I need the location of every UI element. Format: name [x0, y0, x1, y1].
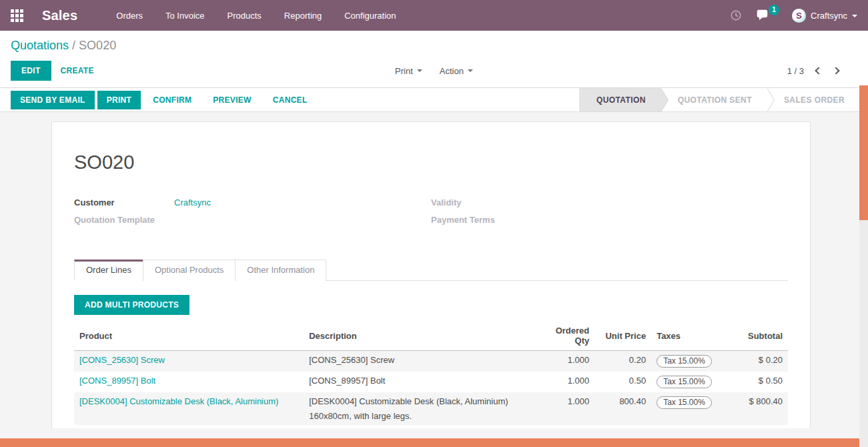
product-link[interactable]: [CONS_89957] Bolt: [79, 376, 155, 386]
menu-to-invoice[interactable]: To Invoice: [165, 11, 205, 21]
qty-cell: 1.000: [534, 351, 594, 372]
col-header-taxes[interactable]: Taxes: [651, 322, 731, 351]
breadcrumb-current: SO020: [79, 39, 116, 52]
status-steps: QUOTATION QUOTATION SENT SALES ORDER: [579, 88, 859, 111]
table-row[interactable]: [DESK0004] Customizable Desk (Black, Alu…: [74, 392, 788, 425]
product-link[interactable]: [CONS_25630] Screw: [79, 355, 165, 365]
quotation-template-label: Quotation Template: [74, 215, 174, 225]
menu-configuration[interactable]: Configuration: [344, 11, 396, 21]
subtotal-cell: $ 0.50: [731, 372, 788, 392]
horizontal-scrollbar-thumb[interactable]: [0, 438, 859, 447]
col-header-subtotal[interactable]: Subtotal: [731, 322, 788, 351]
chevron-down-icon: [417, 69, 422, 72]
table-row[interactable]: [CONS_25630] Screw [CONS_25630] Screw 1.…: [74, 351, 788, 372]
breadcrumb-separator: /: [72, 39, 75, 52]
description-cell: [CONS_25630] Screw: [304, 351, 534, 372]
action-dropdown-label: Action: [440, 66, 464, 76]
preview-button[interactable]: PREVIEW: [203, 91, 260, 109]
step-quotation[interactable]: QUOTATION: [579, 88, 661, 111]
col-header-ordered-qty[interactable]: Ordered Qty: [534, 322, 594, 351]
pager-next-icon[interactable]: [832, 67, 839, 74]
step-sales-order[interactable]: SALES ORDER: [767, 88, 859, 111]
menu-products[interactable]: Products: [228, 11, 262, 21]
menu-reporting[interactable]: Reporting: [284, 11, 322, 21]
tab-other-information[interactable]: Other Information: [235, 260, 326, 281]
chevron-down-icon: [852, 15, 857, 17]
control-panel: Quotations / SO020 EDIT CREATE Print Act…: [0, 31, 868, 88]
col-header-description[interactable]: Description: [304, 322, 534, 351]
breadcrumb-quotations[interactable]: Quotations: [11, 39, 69, 52]
main-menu: Orders To Invoice Products Reporting Con…: [116, 11, 396, 21]
table-row[interactable]: [CONS_89957] Bolt [CONS_89957] Bolt 1.00…: [74, 372, 788, 392]
description-cell: [DESK0004] Customizable Desk (Black, Alu…: [304, 392, 534, 425]
col-header-unit-price[interactable]: Unit Price: [594, 322, 651, 351]
payment-terms-label: Payment Terms: [431, 215, 531, 225]
top-navbar: Sales Orders To Invoice Products Reporti…: [0, 0, 868, 31]
tab-optional-products[interactable]: Optional Products: [143, 260, 236, 281]
user-avatar: S: [792, 9, 806, 23]
content-area: SO020 Customer Craftsync Quotation Templ…: [0, 112, 868, 428]
unit-price-cell: 800.40: [594, 392, 651, 425]
messages-icon[interactable]: 1: [757, 9, 771, 21]
send-by-email-button[interactable]: SEND BY EMAIL: [11, 91, 95, 109]
col-header-product[interactable]: Product: [74, 322, 304, 351]
validity-label: Validity: [431, 197, 531, 207]
apps-grid-icon[interactable]: [11, 9, 23, 22]
description-line1: [DESK0004] Customizable Desk (Black, Alu…: [309, 396, 508, 406]
order-lines-table: Product Description Ordered Qty Unit Pri…: [74, 322, 788, 425]
message-count-badge[interactable]: 1: [769, 5, 779, 15]
app-title[interactable]: Sales: [42, 8, 77, 23]
unit-price-cell: 0.20: [594, 351, 651, 372]
product-link[interactable]: [DESK0004] Customizable Desk (Black, Alu…: [79, 396, 278, 406]
user-menu[interactable]: S Craftsync: [792, 9, 857, 23]
add-multi-products-button[interactable]: ADD MULTI PRODUCTS: [74, 295, 189, 315]
print-button[interactable]: PRINT: [97, 91, 141, 109]
print-dropdown[interactable]: Print: [395, 66, 422, 76]
confirm-button[interactable]: CONFIRM: [143, 91, 201, 109]
step-quotation-sent[interactable]: QUOTATION SENT: [661, 88, 767, 111]
unit-price-cell: 0.50: [594, 372, 651, 392]
description-cell: [CONS_89957] Bolt: [304, 372, 534, 392]
statusbar: SEND BY EMAIL PRINT CONFIRM PREVIEW CANC…: [0, 88, 868, 112]
qty-cell: 1.000: [534, 372, 594, 392]
quotation-sheet: SO020 Customer Craftsync Quotation Templ…: [51, 121, 811, 428]
customer-link[interactable]: Craftsync: [174, 197, 211, 207]
pager: 1 / 3: [787, 66, 857, 76]
pager-previous-icon[interactable]: [815, 67, 822, 74]
print-dropdown-label: Print: [395, 66, 413, 76]
vertical-scrollbar[interactable]: [859, 85, 868, 438]
scrollbar-corner: [859, 438, 868, 447]
create-button[interactable]: CREATE: [51, 61, 103, 80]
qty-cell: 1.000: [534, 392, 594, 425]
description-line2: 160x80cm, with large legs.: [309, 411, 529, 421]
tax-badge[interactable]: Tax 15.00%: [657, 376, 712, 388]
activity-clock-icon[interactable]: [730, 9, 742, 21]
customer-label: Customer: [74, 197, 174, 207]
cancel-button[interactable]: CANCEL: [264, 91, 317, 109]
chevron-down-icon: [468, 69, 473, 72]
user-name: Craftsync: [811, 11, 847, 21]
edit-button[interactable]: EDIT: [11, 61, 51, 81]
breadcrumb: Quotations / SO020: [11, 39, 857, 53]
page-title: SO020: [74, 151, 788, 173]
pager-value: 1 / 3: [787, 66, 804, 76]
tab-order-lines[interactable]: Order Lines: [74, 260, 143, 281]
vertical-scrollbar-thumb[interactable]: [859, 85, 868, 220]
tax-badge[interactable]: Tax 15.00%: [657, 396, 712, 409]
subtotal-cell: $ 800.40: [731, 392, 788, 425]
tax-badge[interactable]: Tax 15.00%: [657, 355, 712, 368]
notebook-tabs: Order Lines Optional Products Other Info…: [74, 259, 788, 281]
subtotal-cell: $ 0.20: [731, 351, 788, 372]
menu-orders[interactable]: Orders: [116, 11, 143, 21]
action-dropdown[interactable]: Action: [440, 66, 473, 76]
